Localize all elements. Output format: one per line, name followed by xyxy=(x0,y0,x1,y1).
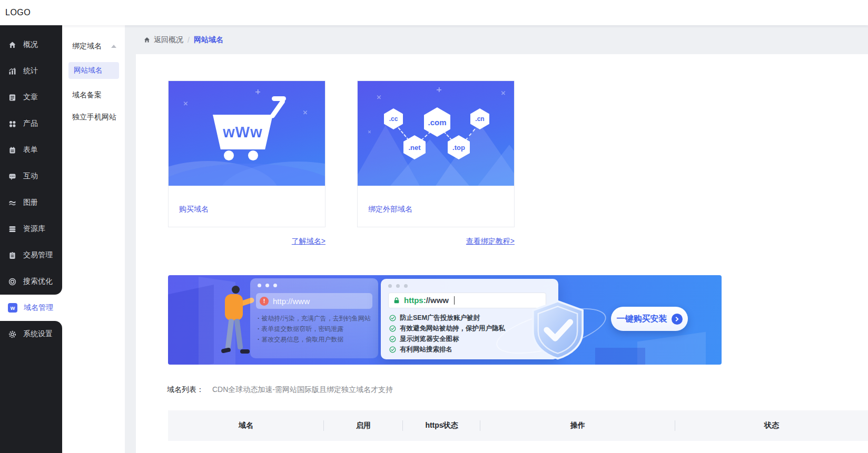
http-url-text: http://www xyxy=(273,297,310,306)
www-art-text: wWw xyxy=(223,124,263,141)
check-circle-icon xyxy=(389,346,396,353)
risk-item: 被劫持/污染，充满广告，去到钓鱼网站 xyxy=(258,313,371,324)
benefit-item: 有利网站搜索排名 xyxy=(389,344,505,355)
sidebar-item-label: 概况 xyxy=(23,40,38,49)
sidebar-item-trade[interactable]: 交易管理 xyxy=(0,242,62,268)
sparkle-icon xyxy=(302,109,309,116)
breadcrumb-back[interactable]: 返回概况 xyxy=(143,35,183,45)
breadcrumb-back-label: 返回概况 xyxy=(154,35,183,45)
lock-icon xyxy=(393,297,400,304)
security-shield-icon xyxy=(524,297,591,363)
sparkle-icon xyxy=(367,129,372,134)
bind-domain-card[interactable]: .cc .com .cn .net .top 绑定外部域名 xyxy=(357,80,515,227)
clipboard-icon xyxy=(8,251,17,260)
sidebar-item-label: 图册 xyxy=(23,198,38,207)
sidebar-item-label: 统计 xyxy=(23,66,38,76)
sidebar-item-label: 互动 xyxy=(23,172,38,181)
window-dots-icon xyxy=(258,284,277,287)
sidebar-item-articles[interactable]: 文章 xyxy=(0,84,62,110)
content-panel: wWw 购买域名 .cc xyxy=(136,54,868,453)
cta-label: 一键购买安装 xyxy=(617,314,667,325)
sidebar-item-gallery[interactable]: 图册 xyxy=(0,189,62,216)
sidebar-item-interaction[interactable]: 互动 xyxy=(0,163,62,189)
check-circle-icon xyxy=(389,315,396,321)
cube-shape xyxy=(637,332,706,365)
sidebar-lower-block: 系统设置 xyxy=(0,321,62,453)
sidebar-item-resources[interactable]: 资源库 xyxy=(0,216,62,242)
buy-domain-label: 购买域名 xyxy=(169,186,325,214)
sparkle-icon xyxy=(500,89,507,96)
main-area: 返回概况 / 网站域名 wWw 购买域名 xyxy=(125,25,868,453)
person-leg xyxy=(225,319,234,350)
one-click-buy-button[interactable]: 一键购买安装 xyxy=(611,307,688,331)
domain-list-hint: CDN全球动态加速-需网站国际版且绑定独立域名才支持 xyxy=(212,385,393,395)
sidebar-item-label: 域名管理 xyxy=(24,303,53,313)
column-header-status: 状态 xyxy=(675,421,868,430)
sidebar-item-domains-active[interactable]: w 域名管理 xyxy=(0,295,62,321)
sidebar-item-label: 文章 xyxy=(23,93,38,102)
form-icon xyxy=(8,146,17,155)
product-icon xyxy=(8,119,17,128)
seo-icon xyxy=(8,277,17,286)
column-header-actions: 操作 xyxy=(480,421,675,430)
https-benefit-list: 防止SEM广告投放账户被封 有效避免网站被劫持，保护用户隐私 显示浏览器安全图标… xyxy=(389,313,505,355)
https-promo-banner: ! http://www 被劫持/污染，充满广告，去到钓鱼网站 表单提交数据窃听… xyxy=(168,275,722,365)
gear-icon xyxy=(8,330,17,339)
http-risk-list: 被劫持/污染，充满广告，去到钓鱼网站 表单提交数据窃听，密码泄露 篡改交易信息，… xyxy=(258,313,371,345)
column-header-domain: 域名 xyxy=(168,421,324,430)
buy-domain-card[interactable]: wWw 购买域名 xyxy=(168,80,326,227)
sidebar-upper-block: 概况 统计 文章 产品 表单 互动 图册 资源库 xyxy=(0,25,62,295)
sidebar-item-forms[interactable]: 表单 xyxy=(0,137,62,163)
breadcrumb: 返回概况 / 网站域名 xyxy=(125,25,868,54)
https-url-text: //www xyxy=(426,296,449,305)
check-circle-icon xyxy=(389,336,396,343)
connector-line xyxy=(421,131,431,141)
submenu-group-label: 绑定域名 xyxy=(72,42,102,51)
sidebar-item-label: 系统设置 xyxy=(23,329,53,339)
breadcrumb-separator: / xyxy=(188,36,190,44)
learn-domain-link[interactable]: 了解域名> xyxy=(168,237,326,246)
home-icon xyxy=(143,36,151,44)
benefit-item: 显示浏览器安全图标 xyxy=(389,334,505,344)
tld-hexagon-cn: .cn xyxy=(470,108,489,129)
risk-item: 篡改交易信息，偷取用户数据 xyxy=(258,334,371,345)
sidebar-item-label: 资源库 xyxy=(23,224,45,234)
text-cursor xyxy=(454,296,455,305)
domain-w-icon: w xyxy=(8,303,17,313)
person-shoe xyxy=(221,347,231,354)
window-dots-icon xyxy=(388,284,408,288)
sidebar-item-settings[interactable]: 系统设置 xyxy=(0,321,62,347)
check-circle-icon xyxy=(389,325,396,332)
sidebar-item-seo[interactable]: 搜索优化 xyxy=(0,268,62,295)
database-icon xyxy=(8,225,17,234)
submenu-group-binding[interactable]: 绑定域名 xyxy=(72,41,116,52)
https-address-bar: https://www xyxy=(388,293,546,308)
column-header-enabled: 启用 xyxy=(324,421,403,430)
chat-icon xyxy=(8,172,17,181)
submenu-item-domain-filing[interactable]: 域名备案 xyxy=(62,90,125,101)
gallery-icon xyxy=(8,198,17,207)
http-address-bar: ! http://www xyxy=(256,293,372,309)
person-shoe xyxy=(240,349,250,354)
breadcrumb-current: 网站域名 xyxy=(194,35,223,45)
sidebar-item-overview[interactable]: 概况 xyxy=(0,32,62,58)
sidebar-item-label: 搜索优化 xyxy=(23,277,53,286)
cart-wheel-icon xyxy=(248,150,258,160)
submenu-item-website-domain[interactable]: 网站域名 xyxy=(68,62,119,79)
sparkle-icon xyxy=(182,100,189,107)
sidebar-item-stats[interactable]: 统计 xyxy=(0,58,62,84)
bind-tutorial-link[interactable]: 查看绑定教程> xyxy=(357,237,515,246)
cart-handle-icon xyxy=(272,96,286,101)
secondary-sidebar: 绑定域名 网站域名 域名备案 独立手机网站 xyxy=(62,25,125,453)
collapse-arrow-icon xyxy=(111,45,116,48)
sidebar-item-label: 表单 xyxy=(23,145,38,155)
submenu-item-mobile-site[interactable]: 独立手机网站 xyxy=(62,113,125,123)
sparkle-icon xyxy=(376,94,382,100)
article-icon xyxy=(8,93,17,102)
domain-list-label: 域名列表： xyxy=(167,385,204,395)
http-browser-mockup: ! http://www 被劫持/污染，充满广告，去到钓鱼网站 表单提交数据窃听… xyxy=(250,278,378,358)
sidebar-item-products[interactable]: 产品 xyxy=(0,110,62,137)
sparkle-icon xyxy=(437,87,441,92)
sidebar-item-label: 交易管理 xyxy=(23,250,53,260)
tld-hexagon-cc: .cc xyxy=(384,108,403,129)
